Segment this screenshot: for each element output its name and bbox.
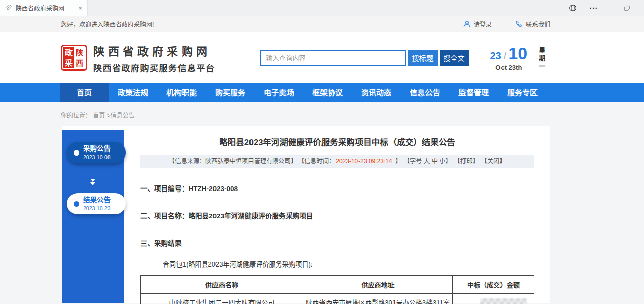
user-icon xyxy=(463,20,471,28)
arrow-down-icon xyxy=(88,172,98,185)
site-subtitle: 陕西省政府购买服务信息平台 xyxy=(93,61,216,74)
table-row: 中陕核工业集团二一四大队有限公司 陕西省西安市雁塔区西影路301号办公楼3楼31… xyxy=(141,294,534,304)
search-input[interactable] xyxy=(260,50,406,66)
logo-seal-icon: 政 陕 采 西 xyxy=(61,45,87,71)
tab-title: 陕西省政府采购网 xyxy=(16,4,73,12)
site-title: 陕西省政府采购网 xyxy=(93,42,216,58)
article-title: 略阳县2023年河湖健康评价服务采购项目中标（成交）结果公告 xyxy=(140,136,534,148)
phone-icon xyxy=(515,20,523,28)
nav-item-framework[interactable]: 框架协议 xyxy=(303,83,352,102)
breadcrumb-current-link[interactable]: 信息公告 xyxy=(111,112,135,119)
nav-item-e-mall[interactable]: 电子卖场 xyxy=(255,83,303,102)
meta-close-button[interactable]: 【关闭】 xyxy=(481,158,506,165)
browser-tab-bar: 陕西省政府采购网 × ··· — xyxy=(0,0,644,16)
paperclip-icon xyxy=(5,5,12,11)
date-weekday: 星期一 xyxy=(536,47,546,71)
col-supplier-address: 供应商地址 xyxy=(303,276,453,294)
browser-tab[interactable]: 陕西省政府采购网 × xyxy=(0,0,88,16)
nav-item-announcements[interactable]: 信息公告 xyxy=(401,83,449,102)
restore-window-icon[interactable] xyxy=(624,5,637,11)
result-table: 供应商名称 供应商地址 中标（成交）金额 中陕核工业集团二一四大队有限公司 陕西… xyxy=(140,275,534,304)
table-header-row: 供应商名称 供应商地址 中标（成交）金额 xyxy=(141,276,534,294)
package-line: 合同包1(略阳县2023年河湖健康评价服务采购项目): xyxy=(140,259,534,269)
login-link[interactable]: 请登录 xyxy=(463,20,492,28)
content-card: 采购公告 2023-10-08 结果公告 2023-10-23 略阳县2023年… xyxy=(62,126,550,303)
date-day: 23 xyxy=(490,50,502,62)
nav-item-service-zone[interactable]: 服务专区 xyxy=(498,83,547,102)
nav-item-policies[interactable]: 政策法规 xyxy=(109,83,157,102)
date-widget: 23 / 10 Oct 23th 星期一 xyxy=(490,45,547,71)
main-area: 采购公告 2023-10-08 结果公告 2023-10-23 略阳县2023年… xyxy=(0,126,644,303)
breadcrumb-home-link[interactable]: 首页 xyxy=(93,112,105,119)
minimize-icon[interactable]: — xyxy=(605,4,619,12)
breadcrumb: 你的位置： 首页 >信息公告 xyxy=(0,102,644,126)
nav-item-home[interactable]: 首页 xyxy=(60,83,109,102)
date-month: 10 xyxy=(508,45,527,62)
timeline-dot-active xyxy=(74,201,79,207)
welcome-bar: 您好，欢迎进入陕西省政府采购网! 请登录 联系我们 xyxy=(0,16,644,32)
welcome-text: 您好，欢迎进入陕西省政府采购网! xyxy=(61,20,154,28)
article: 略阳县2023年河湖健康评价服务采购项目中标（成交）结果公告 【信息来源：陕西弘… xyxy=(140,126,534,304)
site-header: 政 陕 采 西 陕西省政府采购网 陕西省政府购买服务信息平台 搜标题 搜全文 2… xyxy=(0,32,644,83)
search-bar: 搜标题 搜全文 xyxy=(260,50,469,66)
meta-fontsize-controls[interactable]: 【字号 大 中 小】 xyxy=(404,158,451,165)
search-fulltext-button[interactable]: 搜全文 xyxy=(440,50,469,66)
timeline-dot xyxy=(74,150,79,156)
breadcrumb-label: 你的位置： xyxy=(61,112,91,119)
nav-item-functions[interactable]: 机构职能 xyxy=(157,83,206,102)
tab-close-icon[interactable]: × xyxy=(77,4,83,12)
search-title-button[interactable]: 搜标题 xyxy=(408,50,438,66)
timeline-sidebar: 采购公告 2023-10-08 结果公告 2023-10-23 xyxy=(62,130,124,303)
redacted-amount-mosaic xyxy=(480,298,527,304)
cell-supplier-address: 陕西省西安市雁塔区西影路301号办公楼3楼311室 xyxy=(303,294,453,304)
globe-icon[interactable] xyxy=(569,4,582,12)
contact-link[interactable]: 联系我们 xyxy=(515,20,550,28)
cell-supplier-name: 中陕核工业集团二一四大队有限公司 xyxy=(141,294,303,304)
section-procurement-result: 三、采购结果 xyxy=(140,238,534,248)
nav-item-supervision[interactable]: 监督管理 xyxy=(449,83,498,102)
main-nav: 首页 政策法规 机构职能 购买服务 电子卖场 框架协议 资讯动态 信息公告 监督… xyxy=(0,83,644,102)
nav-item-purchase-services[interactable]: 购买服务 xyxy=(206,83,255,102)
meta-source: 【信息来源：陕西弘泰中恒项目管理有限公司】 【信息时间： xyxy=(169,158,335,165)
article-meta-bar: 【信息来源：陕西弘泰中恒项目管理有限公司】 【信息时间：2023-10-23 0… xyxy=(140,155,534,168)
col-supplier-name: 供应商名称 xyxy=(141,276,303,294)
section-project-name: 二、项目名称：略阳县2023年河湖健康评价服务采购项目 xyxy=(140,210,534,220)
browser-menu-icon[interactable]: ··· xyxy=(587,4,600,12)
cell-award-amount xyxy=(453,294,534,304)
meta-time: 2023-10-23 09:23:14 xyxy=(336,158,392,165)
site-logo[interactable]: 政 陕 采 西 陕西省政府采购网 陕西省政府购买服务信息平台 xyxy=(61,42,216,74)
nav-item-news[interactable]: 资讯动态 xyxy=(352,83,401,102)
meta-print-button[interactable]: 【打印】 xyxy=(454,158,479,165)
section-project-number: 一、项目编号：HTZH-2023-008 xyxy=(140,183,534,193)
timeline-step-result[interactable]: 结果公告 2023-10-23 xyxy=(67,193,126,214)
col-award-amount: 中标（成交）金额 xyxy=(453,276,534,294)
date-english: Oct 23th xyxy=(490,64,528,71)
timeline-step-procurement[interactable]: 采购公告 2023-10-08 xyxy=(67,142,126,163)
